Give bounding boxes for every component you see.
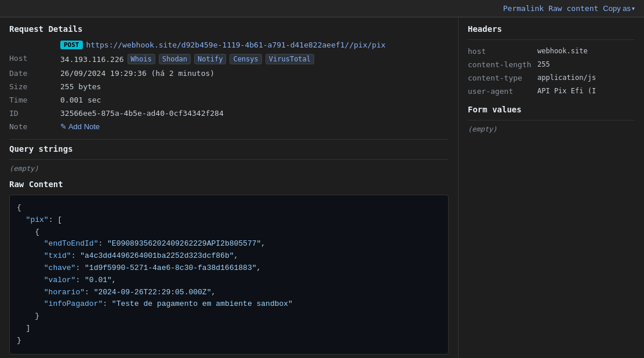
header-value-user-agent: API Pix Efi (I bbox=[537, 85, 635, 98]
query-strings-empty: (empty) bbox=[9, 165, 449, 173]
host-value-row: 34.193.116.226 Whois Shodan Notify Censy… bbox=[60, 53, 449, 65]
query-strings-section: Query strings (empty) bbox=[9, 144, 449, 173]
header-name-content-type: content-type bbox=[468, 71, 537, 85]
host-ip: 34.193.116.226 bbox=[60, 55, 124, 64]
request-details-title: Request Details bbox=[9, 24, 449, 34]
query-divider bbox=[9, 159, 449, 160]
note-label: Note bbox=[9, 121, 56, 132]
copy-as-label: Copy as bbox=[603, 4, 631, 13]
header-name-content-length: content-length bbox=[468, 58, 537, 71]
headers-divider bbox=[468, 39, 635, 40]
date-value: 26/09/2024 19:29:36 (há 2 minutos) bbox=[60, 68, 449, 79]
virustotal-link[interactable]: VirusTotal bbox=[265, 54, 314, 64]
form-values-empty: (empty) bbox=[468, 125, 635, 133]
table-row: host webhook.site bbox=[468, 45, 635, 58]
form-values-section: Form values (empty) bbox=[468, 105, 635, 133]
add-note-button[interactable]: ✎ Add Note bbox=[60, 122, 100, 131]
censys-link[interactable]: Censys bbox=[230, 54, 261, 64]
method-url-row: POST https://webhook.site/d92b459e-1119-… bbox=[60, 39, 449, 50]
request-details-grid: POST https://webhook.site/d92b459e-1119-… bbox=[9, 39, 449, 132]
raw-content-link[interactable]: Raw content bbox=[548, 4, 598, 13]
note-value: ✎ Add Note bbox=[60, 121, 449, 132]
header-value-content-length: 255 bbox=[537, 58, 635, 71]
time-value: 0.001 sec bbox=[60, 94, 449, 105]
post-badge: POST bbox=[60, 41, 83, 49]
form-values-divider bbox=[468, 120, 635, 120]
headers-table-body: host webhook.site content-length 255 con… bbox=[468, 45, 635, 98]
request-url-link[interactable]: https://webhook.site/d92b459e-1119-4b61-… bbox=[86, 41, 386, 49]
headers-table: host webhook.site content-length 255 con… bbox=[468, 45, 635, 98]
header-value-content-type: application/js bbox=[537, 71, 635, 85]
form-values-title: Form values bbox=[468, 105, 635, 114]
time-label: Time bbox=[9, 94, 56, 105]
permalink-link[interactable]: Permalink bbox=[503, 4, 544, 13]
table-row: content-length 255 bbox=[468, 58, 635, 71]
top-bar: Permalink Raw content Copy as ▾ bbox=[0, 0, 644, 17]
raw-content-box: { "pix": [ { "endToEndId": "E09089356202… bbox=[9, 195, 449, 355]
raw-content-title: Raw Content bbox=[9, 180, 449, 189]
header-value-host: webhook.site bbox=[537, 45, 635, 58]
headers-title: Headers bbox=[468, 24, 635, 34]
left-panel: Request Details POST https://webhook.sit… bbox=[0, 17, 459, 358]
raw-content-section: Raw Content { "pix": [ { "endToEndId": "… bbox=[9, 180, 449, 355]
right-panel: Headers host webhook.site content-length… bbox=[459, 17, 644, 358]
id-label: ID bbox=[9, 108, 56, 119]
table-row: user-agent API Pix Efi (I bbox=[468, 85, 635, 98]
top-bar-actions: Permalink Raw content Copy as ▾ bbox=[503, 4, 635, 13]
notify-link[interactable]: Notify bbox=[194, 54, 226, 64]
id-value: 32566ee5-875a-4b5e-ad40-0cf34342f284 bbox=[60, 108, 449, 119]
divider-1 bbox=[9, 139, 449, 140]
table-row: content-type application/js bbox=[468, 71, 635, 85]
whois-link[interactable]: Whois bbox=[128, 54, 155, 64]
header-name-host: host bbox=[468, 45, 537, 58]
main-content: Request Details POST https://webhook.sit… bbox=[0, 17, 644, 358]
host-label: Host bbox=[9, 53, 56, 65]
query-strings-title: Query strings bbox=[9, 144, 449, 154]
method-label bbox=[9, 39, 56, 50]
header-name-user-agent: user-agent bbox=[468, 85, 537, 98]
chevron-down-icon: ▾ bbox=[632, 5, 635, 12]
copy-as-button[interactable]: Copy as ▾ bbox=[603, 4, 635, 13]
shodan-link[interactable]: Shodan bbox=[159, 54, 191, 64]
size-label: Size bbox=[9, 81, 56, 92]
date-label: Date bbox=[9, 68, 56, 79]
size-value: 255 bytes bbox=[60, 81, 449, 92]
